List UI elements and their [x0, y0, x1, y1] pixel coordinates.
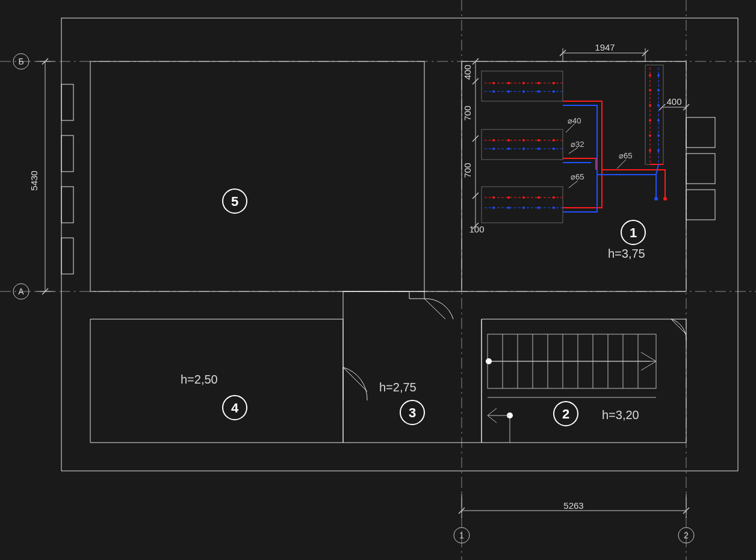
svg-point-74 [522, 82, 525, 84]
svg-rect-65 [645, 65, 663, 164]
axis-label-1: 1 [459, 530, 464, 540]
svg-rect-13 [686, 190, 715, 220]
svg-point-96 [553, 148, 555, 150]
axis-label-2: 2 [684, 530, 689, 540]
svg-point-76 [553, 82, 555, 84]
pipe-label-d40: ⌀40 [568, 116, 581, 125]
svg-point-86 [553, 196, 555, 199]
svg-rect-9 [61, 187, 73, 223]
svg-point-100 [538, 207, 540, 209]
boiler-equipment: ⌀40 ⌀32 ⌀65 ⌀65 [482, 65, 667, 223]
dim-text-5430: 5430 [29, 170, 39, 190]
svg-rect-62 [482, 71, 563, 101]
svg-point-73 [507, 82, 510, 84]
svg-point-78 [507, 139, 510, 142]
dimension-5430: 5430 [29, 58, 54, 294]
dim-text-400: 400 [462, 64, 472, 79]
svg-point-89 [522, 90, 525, 93]
svg-point-72 [492, 82, 495, 84]
svg-point-95 [538, 148, 540, 150]
svg-point-85 [538, 196, 540, 199]
svg-point-99 [522, 207, 525, 209]
svg-line-121 [617, 160, 626, 169]
svg-line-120 [569, 181, 578, 188]
svg-point-112 [657, 104, 660, 107]
svg-point-114 [657, 134, 660, 137]
svg-rect-10 [61, 238, 73, 274]
height-label-2: h=3,20 [602, 408, 639, 422]
pipe-label-d65b: ⌀65 [619, 151, 632, 160]
svg-point-83 [507, 196, 510, 199]
svg-point-81 [553, 139, 555, 142]
svg-point-88 [507, 90, 510, 93]
svg-point-93 [507, 148, 510, 150]
svg-point-113 [657, 119, 660, 122]
svg-point-110 [657, 74, 660, 76]
window-openings-left [61, 84, 73, 274]
equipment-dimensions: 400 700 700 100 [462, 58, 485, 234]
svg-point-75 [538, 82, 540, 84]
svg-point-28 [486, 358, 492, 364]
pipe-label-d65a: ⌀65 [571, 172, 584, 181]
svg-point-116 [663, 197, 667, 201]
svg-point-109 [649, 149, 651, 152]
svg-rect-64 [482, 187, 563, 223]
room-marker-4: 4 [223, 396, 247, 420]
svg-point-80 [538, 139, 540, 142]
svg-rect-12 [686, 154, 715, 184]
dim-text-700a: 700 [462, 105, 472, 120]
svg-rect-7 [61, 84, 73, 120]
pipe-label-d32: ⌀32 [571, 140, 584, 149]
axis-label-b: Б [18, 57, 23, 66]
svg-point-115 [657, 149, 660, 152]
svg-rect-8 [61, 135, 73, 172]
svg-point-108 [649, 134, 651, 137]
dim-text-5263: 5263 [563, 500, 583, 511]
floor-plan-drawing: Б А 1 2 [0, 0, 756, 560]
room-number-1: 1 [630, 225, 637, 240]
svg-point-87 [492, 90, 495, 93]
svg-point-98 [507, 207, 510, 209]
svg-point-105 [649, 89, 651, 92]
svg-point-107 [649, 119, 651, 122]
svg-rect-63 [482, 129, 563, 160]
svg-rect-11 [686, 117, 715, 148]
window-openings-right [686, 117, 715, 220]
svg-point-91 [553, 90, 555, 93]
room-markers: 5 1 2 3 4 [223, 189, 645, 426]
svg-point-106 [649, 104, 651, 107]
dimension-1947: 1947 [560, 42, 648, 61]
svg-point-104 [649, 74, 651, 76]
svg-point-111 [657, 89, 660, 92]
room-number-3: 3 [409, 405, 416, 420]
room-number-2: 2 [562, 406, 569, 422]
axis-label-a: А [18, 287, 24, 296]
dim-text-100: 100 [469, 224, 484, 234]
svg-point-90 [538, 90, 540, 93]
dim-text-700b: 700 [462, 163, 472, 178]
svg-point-101 [553, 207, 555, 209]
svg-point-97 [492, 207, 495, 209]
svg-point-82 [492, 196, 495, 199]
svg-point-92 [492, 148, 495, 150]
staircase [486, 334, 656, 443]
room-number-4: 4 [231, 400, 239, 415]
svg-point-117 [654, 197, 658, 201]
room-number-5: 5 [231, 194, 238, 209]
height-label-4: h=2,50 [181, 373, 218, 386]
dim-text-r400: 400 [666, 96, 681, 107]
svg-point-77 [492, 139, 495, 142]
svg-rect-4 [90, 61, 424, 291]
room-marker-5: 5 [223, 189, 247, 213]
dimension-5263: 5263 [459, 494, 689, 518]
room-marker-3: 3 [400, 400, 424, 425]
room-marker-2: 2 [554, 402, 578, 426]
height-label-1: h=3,75 [608, 247, 645, 260]
svg-point-84 [522, 196, 525, 199]
svg-point-79 [522, 139, 525, 142]
svg-point-94 [522, 148, 525, 150]
height-label-3: h=2,75 [379, 381, 417, 394]
room-marker-1: 1 [621, 220, 645, 244]
dim-text-1947: 1947 [595, 42, 615, 52]
